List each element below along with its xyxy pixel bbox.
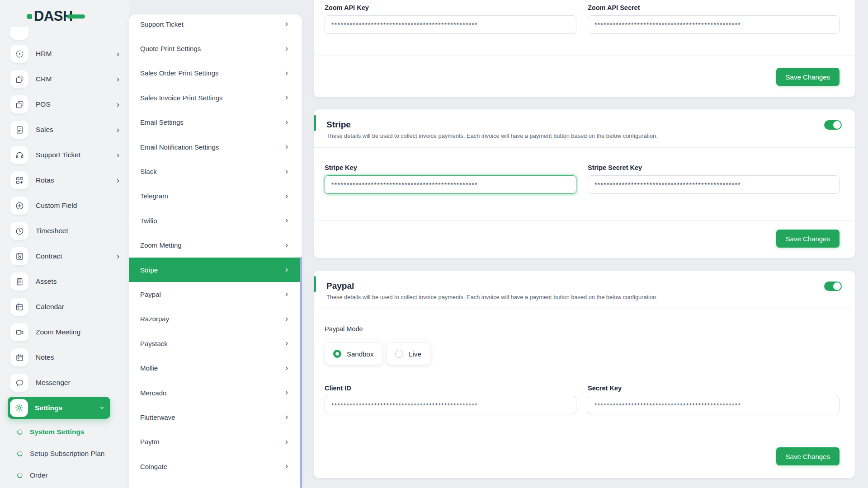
calendar-icon [10,298,28,316]
divider [314,56,855,56]
settings-nav-item-skrill[interactable]: Skrill› [129,479,302,488]
pos-icon [10,95,28,113]
radio-selected-icon[interactable] [333,350,341,358]
chevron-right-icon: › [117,176,119,184]
stripe-section-description: These details will be used to collect in… [326,132,840,139]
chevron-right-icon: › [285,216,288,224]
custom-field-icon [10,197,28,215]
submenu-item-system-settings[interactable]: System Settings [0,421,129,443]
paypal-client-id-input[interactable] [325,396,576,414]
settings-nav-item-paytm[interactable]: Paytm› [129,430,302,454]
settings-nav-item-mollie[interactable]: Mollie› [129,356,302,380]
sidebar-item-sales[interactable]: Sales› [0,117,129,142]
chevron-right-icon: › [285,265,288,273]
bullet-icon [17,450,24,457]
settings-nav-item-sales-invoice-print-settings[interactable]: Sales Invoice Print Settings› [129,85,302,110]
settings-nav-item-coingate[interactable]: Coingate› [129,454,302,479]
gear-icon [10,399,28,417]
settings-nav-item-flutterwave[interactable]: Flutterwave› [129,405,302,429]
paypal-mode-sandbox[interactable]: Sandbox [325,343,383,365]
chevron-right-icon: › [285,290,288,298]
submenu-item-order[interactable]: Order [0,465,129,486]
zoom-api-key-input[interactable] [325,15,576,34]
paypal-mode-options: Sandbox Live [325,343,840,365]
chevron-down-icon: › [99,407,107,409]
support-ticket-icon [10,146,28,164]
sidebar-item-assets[interactable]: Assets [0,269,129,294]
chevron-right-icon: › [285,192,288,200]
settings-nav-item-paystack[interactable]: Paystack› [129,331,302,356]
paypal-secret-key-group: Secret Key [588,385,840,414]
radio-unselected-icon[interactable] [395,350,403,358]
stripe-secret-key-input[interactable] [588,175,840,194]
submenu-item-setup-subscription-plan[interactable]: Setup Subscription Plan [0,443,129,465]
settings-nav-item-quote-print-settings[interactable]: Quote Print Settings› [129,36,302,61]
stripe-enabled-toggle[interactable] [824,120,842,130]
settings-nav-item-razorpay[interactable]: Razorpay› [129,307,302,331]
green-accent-bar [314,276,316,292]
save-button[interactable]: Save Changes [776,447,840,465]
sidebar-item-timesheet[interactable]: Timesheet [0,218,129,244]
zoom-settings-card: Zoom API Key Zoom API Secret Save Change… [314,0,855,97]
sidebar-menu: HRM›CRM›POS›Sales›Support Ticket›Rotas›C… [0,41,129,395]
sidebar: DASH HRM›CRM›POS›Sales›Support Ticket›Ro… [0,0,129,488]
stripe-key-group: Stripe Key *****************************… [325,164,576,194]
paypal-settings-card: Paypal These details will be used to col… [314,271,855,478]
settings-nav-item-email-settings[interactable]: Email Settings› [129,110,302,135]
paypal-mode-live[interactable]: Live [387,343,431,365]
sidebar-item-hrm[interactable]: HRM› [0,41,129,66]
paypal-secret-key-label: Secret Key [588,385,840,392]
sidebar-item-calendar[interactable]: Calendar [0,294,129,319]
settings-nav-item-stripe[interactable]: Stripe› [129,258,302,282]
settings-nav-item-telegram[interactable]: Telegram› [129,184,302,208]
settings-nav-item-email-notification-settings[interactable]: Email Notification Settings› [129,135,302,159]
sidebar-item-partial[interactable] [10,27,28,40]
app-logo[interactable]: DASH [27,7,85,25]
chevron-right-icon: › [285,167,288,175]
divider [314,434,855,434]
settings-nav-item-mercado[interactable]: Mercado› [129,380,302,405]
save-button[interactable]: Save Changes [776,68,840,86]
settings-nav-item-zoom-metting[interactable]: Zoom Metting› [129,233,302,258]
save-button[interactable]: Save Changes [776,230,840,248]
chevron-right-icon: › [285,44,288,52]
timesheet-icon [10,222,28,240]
contract-icon [10,247,28,265]
settings-nav-item-slack[interactable]: Slack› [129,159,302,183]
messenger-icon [10,374,28,392]
sidebar-item-contract[interactable]: Contract› [0,244,129,269]
sidebar-item-notes[interactable]: Notes [0,345,129,370]
zoom-meeting-icon [10,323,28,341]
sidebar-item-custom-field[interactable]: Custom Field [0,193,129,218]
sales-icon [10,121,28,139]
paypal-client-id-label: Client ID [325,385,576,392]
stripe-key-input[interactable]: ****************************************… [325,175,576,194]
sidebar-item-support-ticket[interactable]: Support Ticket› [0,142,129,168]
sidebar-item-settings[interactable]: Settings › [8,397,110,419]
sidebar-item-crm[interactable]: CRM› [0,66,129,92]
chevron-right-icon: › [117,252,119,260]
sidebar-item-messenger[interactable]: Messenger [0,370,129,395]
crm-icon [10,70,28,88]
sidebar-item-zoom-meeting[interactable]: Zoom Meeting [0,319,129,345]
sidebar-item-rotas[interactable]: Rotas› [0,168,129,193]
text-caret [479,181,480,188]
zoom-api-secret-group: Zoom API Secret [588,4,840,34]
divider [314,220,855,221]
paypal-section-description: These details will be used to collect in… [326,294,840,300]
rotas-icon [10,171,28,189]
settings-nav-item-support-ticket[interactable]: Support Ticket› [129,14,302,36]
settings-nav-item-paypal[interactable]: Paypal› [129,282,302,306]
chevron-right-icon: › [285,314,288,323]
paypal-secret-key-input[interactable] [588,396,840,414]
chevron-right-icon: › [285,339,288,347]
paypal-enabled-toggle[interactable] [824,282,842,291]
settings-nav-item-twilio[interactable]: Twilio› [129,208,302,233]
toggle-knob [833,121,841,129]
chevron-right-icon: › [285,388,288,396]
zoom-api-secret-input[interactable] [588,15,840,34]
settings-nav-item-sales-order-print-settings[interactable]: Sales Order Print Settings› [129,61,302,85]
paypal-mode-label: Paypal Mode [325,325,840,333]
settings-nav-scrollbar[interactable] [300,257,302,488]
sidebar-item-pos[interactable]: POS› [0,92,129,117]
